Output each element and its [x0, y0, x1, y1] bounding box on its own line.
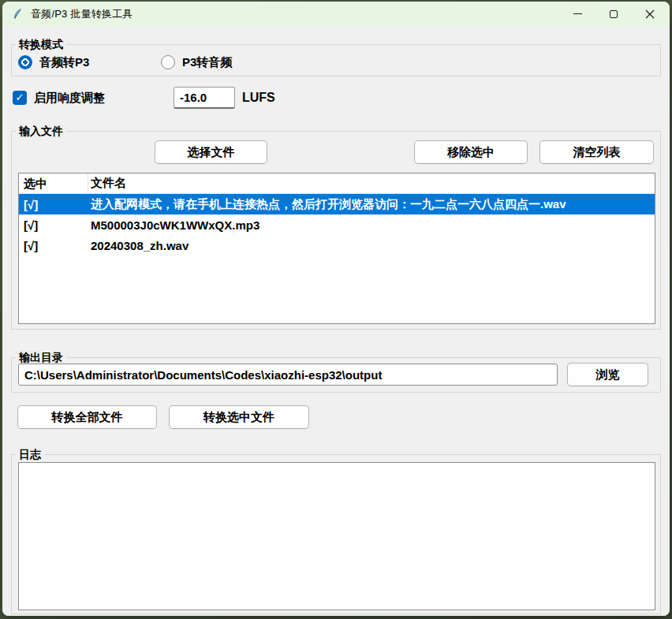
row-checked-cell: [√] [19, 218, 88, 232]
minimize-button[interactable] [559, 2, 595, 26]
table-row[interactable]: [√] 20240308_zh.wav [19, 235, 655, 255]
file-list-table: 选中 文件名 [√] 进入配网模式，请在手机上连接热点，然后打开浏览器访问：一九… [18, 173, 655, 324]
column-header-filename[interactable]: 文件名 [88, 176, 655, 191]
lufs-input[interactable]: -16.0 [174, 87, 235, 109]
log-textarea[interactable] [18, 462, 655, 610]
radio-label: 音频转P3 [39, 54, 89, 69]
minimize-icon [573, 13, 582, 14]
radio-label: P3转音频 [182, 54, 232, 69]
loudness-row: ✓ 启用响度调整 -16.0 LUFS [2, 86, 670, 110]
row-filename-cell: 进入配网模式，请在手机上连接热点，然后打开浏览器访问：一九二点一六八点四点一.w… [88, 197, 655, 212]
row-checked-cell: [√] [19, 198, 88, 211]
convert-all-button[interactable]: 转换全部文件 [17, 405, 157, 429]
close-button[interactable] [632, 2, 668, 26]
radio-off-icon [161, 55, 175, 69]
input-groupbox: 输入文件 选择文件 移除选中 清空列表 选中 文件名 [√] 进入配网模式，请在… [11, 131, 661, 330]
convert-selected-button[interactable]: 转换选中文件 [169, 405, 309, 429]
app-window: 音频/P3 批量转换工具 转换模式 音频转P3 P3转音频 ✓ [2, 2, 670, 616]
output-groupbox: 输出目录 C:\Users\Administrator\Documents\Co… [11, 357, 661, 393]
lufs-unit-label: LUFS [242, 86, 275, 110]
log-group-label: 日志 [16, 447, 44, 462]
mode-groupbox: 转换模式 音频转P3 P3转音频 [11, 44, 661, 76]
mode-group-label: 转换模式 [16, 37, 66, 52]
radio-p3-to-audio[interactable]: P3转音频 [161, 54, 232, 69]
window-controls [559, 2, 668, 26]
select-files-button[interactable]: 选择文件 [155, 140, 267, 164]
python-feather-icon [11, 8, 24, 21]
browse-button[interactable]: 浏览 [567, 363, 648, 386]
table-row[interactable]: [√] 进入配网模式，请在手机上连接热点，然后打开浏览器访问：一九二点一六八点四… [19, 194, 655, 214]
clear-list-button[interactable]: 清空列表 [539, 140, 654, 164]
column-header-selected[interactable]: 选中 [19, 173, 88, 194]
row-filename-cell: M500003J0cWK1WWxQX.mp3 [88, 218, 655, 232]
loudness-checkbox-label: 启用响度调整 [34, 90, 105, 105]
loudness-checkbox[interactable]: ✓ 启用响度调整 [13, 90, 105, 105]
remove-selected-button[interactable]: 移除选中 [414, 140, 528, 164]
maximize-button[interactable] [595, 2, 632, 26]
desktop: { "window": { "title": "音频/P3 批量转换工具", "… [0, 0, 672, 619]
output-path-input[interactable]: C:\Users\Administrator\Documents\Codes\x… [18, 364, 558, 386]
radio-audio-to-p3[interactable]: 音频转P3 [18, 54, 89, 69]
table-row[interactable]: [√] M500003J0cWK1WWxQX.mp3 [19, 214, 655, 235]
maximize-icon [610, 10, 618, 18]
input-group-label: 输入文件 [16, 124, 66, 139]
row-filename-cell: 20240308_zh.wav [88, 239, 655, 252]
row-checked-cell: [√] [19, 239, 88, 252]
client-area: 转换模式 音频转P3 P3转音频 ✓ 启用响度调整 -16.0 LUFS 输入文… [2, 26, 670, 616]
radio-on-icon [18, 55, 32, 69]
checkbox-checked-icon: ✓ [13, 91, 27, 105]
window-title: 音频/P3 批量转换工具 [31, 7, 133, 21]
close-icon [645, 9, 655, 19]
titlebar[interactable]: 音频/P3 批量转换工具 [2, 2, 670, 26]
log-groupbox: 日志 [11, 454, 661, 614]
file-table-header: 选中 文件名 [19, 173, 655, 194]
